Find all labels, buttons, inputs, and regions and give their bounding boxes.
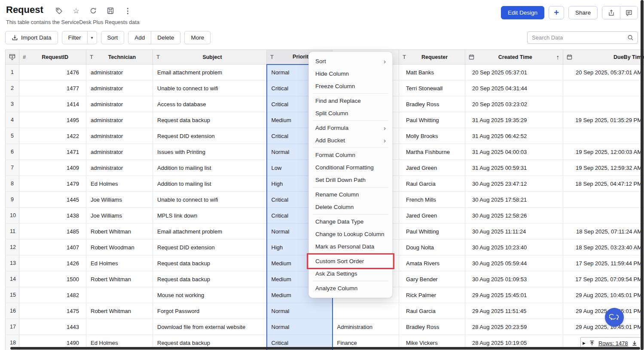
cell-technician[interactable]: Robert Woodman <box>86 239 153 255</box>
cell-subject[interactable]: Download file from external website <box>153 319 267 335</box>
cell-dueby_time[interactable]: 29 Aug 2025, 10:45:01 PM <box>563 319 644 335</box>
cell-requester[interactable]: Jared Green <box>399 208 465 224</box>
cell-request_id[interactable]: 1409 <box>19 160 86 176</box>
cell-num[interactable]: 13 <box>6 255 19 271</box>
cell-dueby_time[interactable]: 19 Sep 2025, 01:35:29 PM <box>563 112 644 128</box>
cell-priority[interactable]: Normal <box>267 303 333 319</box>
cell-created_time[interactable]: 29 Aug 2025 11:51:45 <box>465 303 563 319</box>
cell-requester[interactable]: Rick Palmer <box>399 287 465 303</box>
cell-technician[interactable]: administrator <box>86 96 153 112</box>
column-header-technician[interactable]: TTechnician <box>86 50 153 64</box>
cell-technician[interactable]: Joe Williams <box>86 208 153 224</box>
cell-technician[interactable]: administrator <box>86 128 153 144</box>
rows-count-link[interactable]: Rows: 1478 <box>598 340 628 347</box>
cell-dueby_time[interactable]: 18 Sep 2025, 07:11:24 AM <box>563 224 644 239</box>
cell-created_time[interactable]: 30 Aug 2025 01:09:53 <box>465 271 563 287</box>
cell-request_id[interactable]: 1471 <box>19 144 86 160</box>
save-icon[interactable] <box>107 7 114 15</box>
cell-technician[interactable]: Ed Holmes <box>86 255 153 271</box>
cell-num[interactable]: 16 <box>6 303 19 319</box>
cell-dueby_time[interactable]: 17 Sep 2025, 07:09:54 PM <box>563 271 644 287</box>
cell-request_id[interactable]: 1445 <box>19 192 86 208</box>
cell-request_id[interactable]: 1438 <box>19 208 86 224</box>
column-header-subject[interactable]: TSubject <box>153 50 267 64</box>
cell-num[interactable]: 6 <box>6 144 19 160</box>
cell-subject[interactable]: Access to database <box>153 96 267 112</box>
cell-subject[interactable]: Request DID extension <box>153 128 267 144</box>
cell-requester[interactable]: Bradley Ross <box>399 319 465 335</box>
menu-item-rename-column[interactable]: Rename Column <box>309 188 392 201</box>
cell-subject[interactable]: Email attachment problem <box>153 224 267 239</box>
cell-subject[interactable]: Mouse not working <box>153 287 267 303</box>
go-to-top-icon[interactable] <box>589 340 595 346</box>
cell-created_time[interactable]: 31 Aug 2025 00:59:31 <box>465 160 563 176</box>
search-input[interactable] <box>528 34 627 41</box>
cell-technician[interactable]: administrator <box>86 160 153 176</box>
cell-created_time[interactable]: 31 Aug 2025 06:42:52 <box>465 128 563 144</box>
cell-num[interactable]: 2 <box>6 80 19 96</box>
cell-department[interactable] <box>333 303 399 319</box>
add-view-button[interactable]: + <box>549 6 564 19</box>
cell-num[interactable]: 1 <box>6 64 19 80</box>
menu-item-change-to-lookup-column[interactable]: Change to Lookup Column <box>309 228 392 240</box>
column-header-dueby_time[interactable]: DueBy Time <box>563 50 644 64</box>
cell-request_id[interactable]: 1500 <box>19 271 86 287</box>
menu-item-split-column[interactable]: Split Column <box>309 107 392 120</box>
cell-dueby_time[interactable]: 18 Sep 2025, 03:23:40 AM <box>563 239 644 255</box>
cell-dueby_time[interactable]: 20 Sep 2025, 05:37:01 AM <box>563 64 644 80</box>
cell-dueby_time[interactable] <box>563 208 644 224</box>
menu-item-sort[interactable]: Sort› <box>309 55 392 68</box>
cell-dueby_time[interactable] <box>563 80 644 96</box>
cell-subject[interactable]: Unable to connect to wifi <box>153 80 267 96</box>
cell-technician[interactable]: Robert Whitman <box>86 271 153 287</box>
cell-created_time[interactable]: 31 Aug 2025 04:00:03 <box>465 144 563 160</box>
go-to-bottom-icon[interactable] <box>632 340 638 346</box>
cell-num[interactable]: 17 <box>6 319 19 335</box>
menu-item-custom-sort-order[interactable]: Custom Sort Order <box>309 255 392 267</box>
horizontal-scrollbar[interactable] <box>10 347 640 350</box>
cell-num[interactable]: 5 <box>6 128 19 144</box>
cell-request_id[interactable]: 1407 <box>19 239 86 255</box>
cell-num[interactable]: 15 <box>6 287 19 303</box>
cell-technician[interactable] <box>86 287 153 303</box>
cell-requester[interactable]: Raul Garcia <box>399 176 465 192</box>
cell-subject[interactable]: Email attachment problem <box>153 64 267 80</box>
add-button[interactable]: Add <box>128 31 151 44</box>
cell-requester[interactable]: Martha Fishburne <box>399 144 465 160</box>
menu-item-freeze-column[interactable]: Freeze Column <box>309 80 392 92</box>
cell-request_id[interactable]: 1479 <box>19 176 86 192</box>
star-icon[interactable]: ☆ <box>72 7 80 15</box>
cell-dueby_time[interactable]: 19 Sep 2025, 12:00:03 AM <box>563 144 644 160</box>
cell-dueby_time[interactable] <box>563 192 644 208</box>
cell-subject[interactable]: Unable to connect to wifi <box>153 192 267 208</box>
column-header-request_id[interactable]: #RequestID <box>19 50 86 64</box>
cell-requester[interactable]: Jared Green <box>399 160 465 176</box>
menu-item-delete-column[interactable]: Delete Column <box>309 201 392 213</box>
cell-technician[interactable]: administrator <box>86 112 153 128</box>
cell-dueby_time[interactable]: 19 Sep 2025, 12:59:32 AM <box>563 160 644 176</box>
cell-subject[interactable]: Request data backup <box>153 112 267 128</box>
search-icon[interactable] <box>627 34 634 41</box>
cell-request_id[interactable]: 1476 <box>19 64 86 80</box>
cell-subject[interactable]: Forgot Password <box>153 303 267 319</box>
cell-requester[interactable]: Doug Nolta <box>399 239 465 255</box>
cell-request_id[interactable]: 1485 <box>19 224 86 239</box>
cell-technician[interactable]: Joe Williams <box>86 192 153 208</box>
cell-num[interactable]: 12 <box>6 239 19 255</box>
cell-request_id[interactable]: 1422 <box>19 128 86 144</box>
cell-num[interactable]: 3 <box>6 96 19 112</box>
cell-subject[interactable]: Request data backup <box>153 271 267 287</box>
cell-dueby_time[interactable] <box>563 96 644 112</box>
cell-dueby_time[interactable] <box>563 128 644 144</box>
panel-collapse-icon[interactable]: ▶ <box>583 341 586 345</box>
cell-request_id[interactable]: 1475 <box>19 303 86 319</box>
menu-item-analyze-column[interactable]: Analyze Column <box>309 282 392 295</box>
menu-item-change-data-type[interactable]: Change Data Type <box>309 215 392 228</box>
cell-created_time[interactable]: 30 Aug 2025 12:58:26 <box>465 208 563 224</box>
cell-created_time[interactable]: 30 Aug 2025 23:47:12 <box>465 176 563 192</box>
cell-requester[interactable]: Terri Stonewall <box>399 80 465 96</box>
cell-requester[interactable]: Paul Whitting <box>399 112 465 128</box>
menu-item-add-formula[interactable]: Add Formula› <box>309 122 392 134</box>
cell-created_time[interactable]: 29 Aug 2025 15:45:01 <box>465 287 563 303</box>
cell-dueby_time[interactable]: 18 Sep 2025, 04:47:12 PM <box>563 176 644 192</box>
